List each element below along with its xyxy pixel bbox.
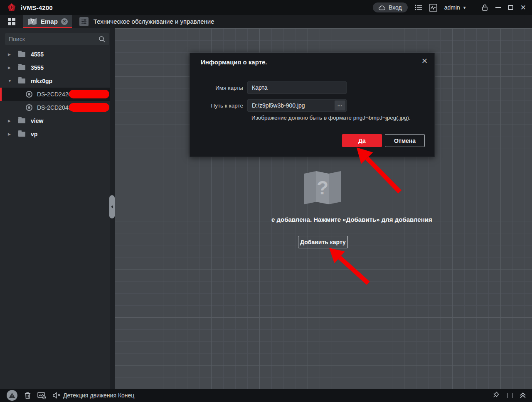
collapse-sidebar-handle[interactable] (109, 195, 115, 218)
tab-bar: Emap ✕ Техническое обслуживание и управл… (0, 15, 532, 28)
map-name-input[interactable] (247, 81, 347, 94)
pin-icon[interactable] (493, 392, 500, 399)
tree-item-vp[interactable]: ▶vp (0, 127, 110, 141)
no-picture-icon[interactable] (37, 392, 46, 400)
browse-button[interactable]: ••• (335, 100, 345, 110)
tab-emap[interactable]: Emap ✕ (23, 15, 72, 28)
mute-icon[interactable] (52, 392, 61, 399)
login-button[interactable]: Вход (373, 2, 408, 12)
status-bar: Детекция движения Конец (0, 389, 532, 402)
restore-window-icon[interactable] (507, 393, 512, 398)
folder-icon (18, 78, 25, 83)
tree-item-4555[interactable]: ▶4555 (0, 48, 110, 61)
lock-icon[interactable] (481, 4, 488, 11)
search-box[interactable] (5, 33, 109, 45)
tree-item-3555[interactable]: ▶3555 (0, 61, 110, 74)
camera-icon (26, 91, 32, 98)
map-name-label: Имя карты (190, 85, 247, 91)
login-label: Вход (389, 4, 402, 11)
tab-maintenance-label: Техническое обслуживание и управление (94, 18, 214, 25)
chevron-down-icon: ▼ (463, 5, 467, 10)
tree-item-view[interactable]: ▶view (0, 114, 110, 127)
expand-caret-icon[interactable]: ▼ (8, 79, 14, 83)
cancel-button[interactable]: Отмена (385, 134, 425, 147)
redaction-overlay (69, 103, 109, 112)
maintenance-icon (79, 17, 89, 26)
folder-icon (18, 132, 25, 137)
status-message: Детекция движения Конец (63, 392, 134, 399)
modules-grid-icon[interactable] (0, 15, 23, 28)
cloud-icon (379, 5, 386, 10)
resource-sidebar: ▶4555▶3555▼mkz0gpDS-2CD2420FDS-2CD2043G2… (0, 28, 110, 389)
expand-caret-icon[interactable]: ▶ (8, 132, 14, 136)
app-title: iVMS-4200 (21, 4, 53, 11)
device-tree: ▶4555▶3555▼mkz0gpDS-2CD2420FDS-2CD2043G2… (0, 48, 110, 141)
camera-icon (26, 104, 32, 111)
map-path-input[interactable] (247, 99, 347, 112)
task-list-icon[interactable] (415, 4, 422, 11)
tree-item-label: 3555 (31, 64, 44, 71)
tab-emap-label: Emap (41, 18, 58, 25)
tab-maintenance[interactable]: Техническое обслуживание и управление (75, 15, 219, 28)
svg-text:?: ? (317, 177, 328, 199)
tab-close-icon[interactable]: ✕ (61, 18, 68, 25)
map-icon (27, 17, 37, 26)
close-button[interactable]: ✕ (520, 4, 526, 11)
ivms-window: iVMS-4200 Вход admin (0, 0, 532, 402)
expand-panel-icon[interactable] (520, 392, 526, 398)
tree-item-DS-2CD2420F[interactable]: DS-2CD2420F (0, 88, 110, 101)
expand-caret-icon[interactable]: ▶ (8, 66, 14, 70)
tree-item-DS-2CD2043G2[interactable]: DS-2CD2043G2 (0, 101, 110, 114)
map-canvas[interactable]: ? е добавлена. Нажмите «Добавить» для до… (115, 28, 532, 389)
user-name: admin (444, 4, 460, 11)
map-path-label: Путь к карте (190, 103, 247, 109)
sidebar-splitter[interactable] (110, 28, 115, 389)
tree-item-label: 4555 (31, 51, 44, 58)
tree-item-mkz0gp[interactable]: ▼mkz0gp (0, 74, 110, 88)
map-info-dialog: Информация о карте. ✕ Имя карты Путь к к… (190, 53, 435, 157)
folder-icon (18, 65, 25, 70)
search-icon[interactable] (99, 36, 106, 43)
redaction-overlay (69, 90, 109, 98)
app-logo-icon (7, 2, 17, 12)
title-bar: iVMS-4200 Вход admin (0, 0, 532, 15)
format-hint: Изображение должно быть в формате pngJ¬b… (251, 115, 411, 121)
tree-item-label: mkz0gp (31, 78, 52, 84)
user-menu[interactable]: admin ▼ (444, 4, 467, 11)
dialog-close-icon[interactable]: ✕ (421, 57, 428, 65)
alarm-center-icon[interactable] (7, 390, 17, 401)
dialog-title: Информация о карте. (201, 59, 267, 66)
folder-icon (18, 118, 25, 123)
event-monitor-icon[interactable] (429, 4, 437, 12)
clear-alarms-icon[interactable] (24, 392, 31, 400)
empty-map-message: е добавлена. Нажмите «Добавить» для доба… (271, 216, 432, 223)
expand-caret-icon[interactable]: ▶ (8, 119, 14, 123)
ok-button[interactable]: Да (342, 134, 382, 147)
expand-caret-icon[interactable]: ▶ (8, 52, 14, 56)
search-input[interactable] (9, 36, 99, 42)
add-map-button[interactable]: Добавить карту (298, 236, 348, 248)
minimize-button[interactable] (495, 7, 501, 8)
map-placeholder-icon: ? (304, 170, 341, 205)
maximize-button[interactable] (508, 5, 513, 10)
folder-icon (18, 52, 25, 57)
arrow-to-add-map-button (329, 248, 368, 283)
tree-item-label: vp (31, 131, 37, 137)
tree-item-label: view (31, 118, 43, 124)
titlebar-separator (474, 4, 474, 11)
